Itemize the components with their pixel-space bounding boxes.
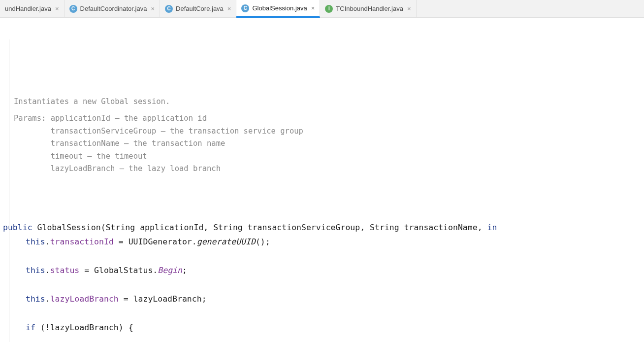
code-line: public GlobalSession(String applicationI… <box>3 223 497 232</box>
code-block[interactable]: public GlobalSession(String applicationI… <box>0 221 644 342</box>
class-icon: C <box>165 5 173 13</box>
indent-guide <box>9 39 9 342</box>
close-icon[interactable]: × <box>150 5 156 12</box>
class-icon: C <box>241 4 249 12</box>
tab-tcinboundhandler[interactable]: I TCInboundHandler.java × <box>320 0 416 17</box>
javadoc-block: Instantiates a new Global session. Param… <box>14 96 644 175</box>
javadoc-params-list: applicationId – the application id trans… <box>51 112 303 175</box>
javadoc-summary: Instantiates a new Global session. <box>14 96 644 108</box>
code-line: this.lazyLoadBranch = lazyLoadBranch; <box>3 292 644 307</box>
tab-defaultcore[interactable]: C DefaultCore.java × <box>160 0 236 17</box>
tab-label: undHandler.java <box>5 5 51 12</box>
tab-label: DefaultCore.java <box>176 5 224 12</box>
class-icon: C <box>69 5 77 13</box>
code-line: this.status = GlobalStatus.Begin; <box>3 264 644 278</box>
close-icon[interactable]: × <box>406 5 412 12</box>
close-icon[interactable]: × <box>310 4 316 12</box>
javadoc-params-label: Params: <box>14 112 46 175</box>
code-editor[interactable]: Instantiates a new Global session. Param… <box>0 18 644 342</box>
interface-icon: I <box>325 5 333 13</box>
close-icon[interactable]: × <box>54 5 60 12</box>
close-icon[interactable]: × <box>226 5 232 12</box>
editor-tab-bar: undHandler.java × C DefaultCoordinator.j… <box>0 0 644 18</box>
tab-globalsession[interactable]: C GlobalSession.java × <box>236 0 320 18</box>
tab-undhandler[interactable]: undHandler.java × <box>0 0 64 17</box>
tab-label: DefaultCoordinator.java <box>80 5 147 12</box>
tab-defaultcoordinator[interactable]: C DefaultCoordinator.java × <box>64 0 160 17</box>
code-line: this.transactionId = UUIDGenerator.gener… <box>3 235 644 249</box>
code-line: if (!lazyLoadBranch) { <box>3 321 644 335</box>
tab-label: GlobalSession.java <box>252 4 307 12</box>
tab-label: TCInboundHandler.java <box>336 5 403 12</box>
